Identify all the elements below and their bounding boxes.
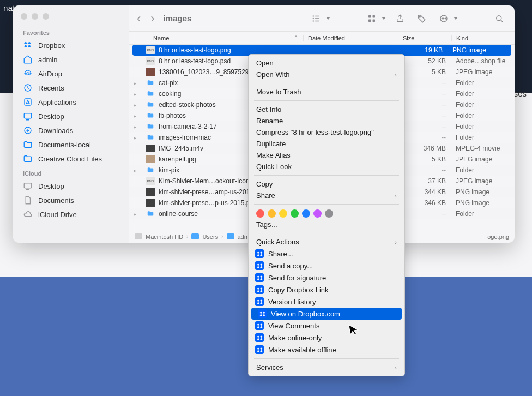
menu-trash[interactable]: Move to Trash xyxy=(249,86,404,98)
close-window-button[interactable] xyxy=(21,13,27,20)
menu-get-info[interactable]: Get Info xyxy=(249,104,404,115)
menu-dropbox-item[interactable]: Send for signature xyxy=(249,272,404,284)
sidebar-item-desktop[interactable]: Desktop xyxy=(13,109,129,123)
toolbar: ‹ › images xyxy=(129,5,515,32)
disclosure-triangle-icon[interactable]: ▸ xyxy=(134,91,140,97)
path-segment-file[interactable]: ogo.png xyxy=(487,233,509,240)
menu-item-label: Make available offline xyxy=(268,346,336,354)
sidebar-item-downloads[interactable]: Downloads xyxy=(13,123,129,137)
dropbox-icon xyxy=(255,261,264,270)
column-header-kind[interactable]: Kind xyxy=(451,35,515,41)
disclosure-triangle-icon[interactable]: ▸ xyxy=(134,124,140,130)
disclosure-triangle-icon[interactable]: ▸ xyxy=(134,80,140,86)
menu-item-label: View on Dropbox.com xyxy=(271,310,340,318)
file-size: -- xyxy=(398,101,451,109)
menu-item-label: View Comments xyxy=(268,322,319,330)
search-button[interactable] xyxy=(492,11,507,26)
sidebar-label: Downloads xyxy=(38,127,73,135)
more-icon xyxy=(436,11,451,26)
tag-color-button[interactable] xyxy=(291,209,299,218)
file-thumbnail-icon: PNG xyxy=(146,57,155,65)
path-segment[interactable]: Macintosh HD xyxy=(146,233,183,240)
view-mode-button[interactable] xyxy=(309,11,330,26)
disclosure-triangle-icon[interactable]: ▸ xyxy=(134,113,140,119)
menu-dropbox-item[interactable]: View Comments xyxy=(249,320,404,332)
disclosure-triangle-icon[interactable]: ▸ xyxy=(134,211,140,217)
sort-indicator-icon: ⌃ xyxy=(293,34,299,42)
dropbox-icon xyxy=(255,297,264,306)
disclosure-triangle-icon[interactable]: ▸ xyxy=(134,102,140,108)
file-size: -- xyxy=(398,210,451,218)
share-button[interactable] xyxy=(392,11,408,26)
path-segment[interactable]: Users xyxy=(202,233,218,240)
menu-dropbox-item[interactable]: View on Dropbox.com xyxy=(251,308,402,320)
tag-color-button[interactable] xyxy=(256,209,264,218)
menu-separator xyxy=(254,233,399,233)
zoom-window-button[interactable] xyxy=(43,13,49,20)
sidebar-item-icloud-documents[interactable]: Documents xyxy=(13,193,129,207)
svg-rect-11 xyxy=(315,20,319,21)
chevron-right-icon: › xyxy=(395,193,397,199)
chevron-right-icon: › xyxy=(395,239,397,245)
tags-button[interactable] xyxy=(414,11,430,26)
disclosure-triangle-icon[interactable]: ▸ xyxy=(134,167,140,173)
menu-dropbox-item[interactable]: Send a copy... xyxy=(249,260,404,272)
file-kind: Folder xyxy=(451,79,515,87)
menu-services[interactable]: Services› xyxy=(249,362,404,373)
menu-dropbox-item[interactable]: Share... xyxy=(249,248,404,260)
svg-point-0 xyxy=(27,73,29,75)
file-thumbnail-icon xyxy=(146,188,155,196)
menu-duplicate[interactable]: Duplicate xyxy=(249,138,404,149)
group-button[interactable] xyxy=(364,11,386,26)
menu-compress[interactable]: Compress "8 hr or less-test-logo.png" xyxy=(249,127,404,138)
menu-tags[interactable]: Tags… xyxy=(249,219,404,230)
tag-color-button[interactable] xyxy=(268,209,276,218)
column-header-name[interactable]: Name⌃ xyxy=(153,34,303,42)
window-title: images xyxy=(164,14,192,23)
menu-quick-look[interactable]: Quick Look xyxy=(249,161,404,172)
sidebar-item-applications[interactable]: Applications xyxy=(13,95,129,109)
nav-back-button[interactable]: ‹ xyxy=(137,11,141,26)
tag-color-button[interactable] xyxy=(279,209,287,218)
sidebar-item-recents[interactable]: Recents xyxy=(13,81,129,95)
menu-share[interactable]: Share› xyxy=(249,190,404,201)
sidebar-label: Applications xyxy=(38,98,76,106)
menu-copy[interactable]: Copy xyxy=(249,178,404,190)
sidebar-item-documents-local[interactable]: Documents-local xyxy=(13,137,129,152)
sidebar-item-airdrop[interactable]: AirDrop xyxy=(13,67,129,81)
svg-point-8 xyxy=(313,20,314,21)
folder-icon xyxy=(23,140,33,149)
tag-color-button[interactable] xyxy=(325,209,333,218)
nav-forward-button[interactable]: › xyxy=(150,11,154,26)
sidebar-item-dropbox[interactable]: Dropbox xyxy=(13,38,129,52)
menu-make-alias[interactable]: Make Alias xyxy=(249,149,404,161)
menu-dropbox-item[interactable]: Version History xyxy=(249,296,404,308)
menu-dropbox-item[interactable]: Make available offline xyxy=(249,344,404,356)
tag-color-button[interactable] xyxy=(302,209,310,218)
disclosure-triangle-icon[interactable]: ▸ xyxy=(134,135,140,141)
folder-icon xyxy=(227,233,234,239)
menu-rename[interactable]: Rename xyxy=(249,115,404,127)
chevron-down-icon xyxy=(382,17,386,20)
sidebar-item-icloud-desktop[interactable]: Desktop xyxy=(13,179,129,193)
minimize-window-button[interactable] xyxy=(32,13,38,20)
column-header-size[interactable]: Size xyxy=(398,35,451,41)
menu-quick-actions[interactable]: Quick Actions› xyxy=(249,236,404,248)
column-header-date[interactable]: Date Modified xyxy=(303,35,398,41)
sidebar-item-admin[interactable]: admin xyxy=(13,52,129,67)
file-name: 8 hr or less-test-logo.png xyxy=(159,46,395,54)
svg-point-18 xyxy=(442,18,443,19)
sidebar-item-icloud-drive[interactable]: iCloud Drive xyxy=(13,207,129,221)
menu-open-with[interactable]: Open With› xyxy=(249,69,404,80)
file-size: -- xyxy=(398,112,451,119)
file-thumbnail-icon xyxy=(146,155,155,163)
sidebar-item-creative-cloud[interactable]: Creative Cloud Files xyxy=(13,152,129,166)
chevron-right-icon: › xyxy=(395,364,397,371)
menu-dropbox-item[interactable]: Copy Dropbox Link xyxy=(249,284,404,296)
menu-dropbox-item[interactable]: Make online-only xyxy=(249,332,404,344)
menu-open[interactable]: Open xyxy=(249,57,404,69)
menu-item-label: Make online-only xyxy=(268,334,322,342)
tag-color-button[interactable] xyxy=(313,209,322,218)
scrollbar-track[interactable] xyxy=(508,45,515,230)
actions-button[interactable] xyxy=(436,11,458,26)
